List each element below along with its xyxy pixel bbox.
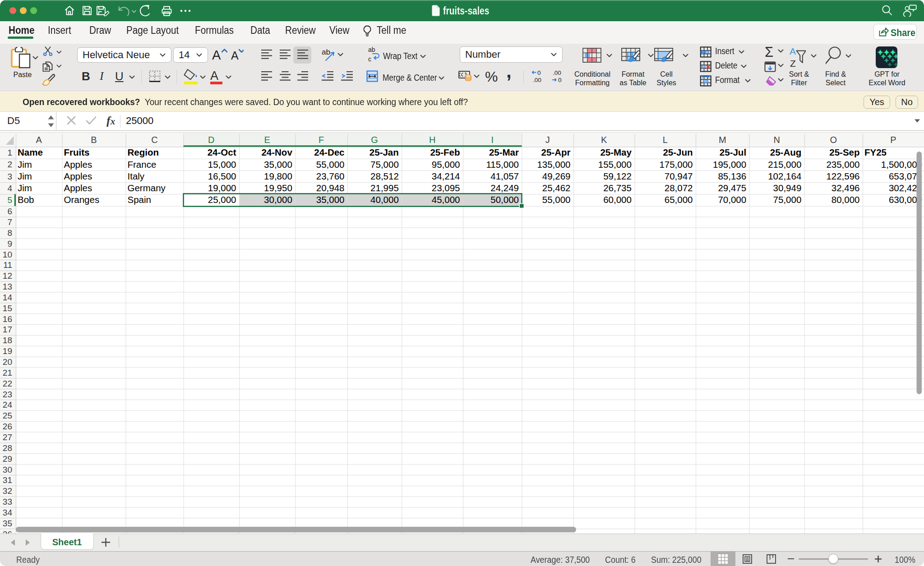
svg-text:19,000: 19,000 [208,183,236,193]
svg-text:3: 3 [7,172,12,181]
svg-text:95,000: 95,000 [432,159,460,170]
svg-text:40,000: 40,000 [370,194,399,205]
svg-text:75,000: 75,000 [370,159,399,170]
svg-text:60,000: 60,000 [603,194,632,205]
svg-text:Name: Name [18,147,43,157]
svg-text:30,000: 30,000 [264,194,292,205]
svg-text:A: A [231,49,239,62]
svg-text:29: 29 [3,454,12,464]
svg-text:32: 32 [3,486,12,496]
svg-text:13: 13 [3,282,12,291]
svg-text:135,000: 135,000 [537,159,570,170]
svg-text:25,462: 25,462 [542,183,571,193]
svg-text:M: M [719,135,726,145]
svg-text:Germany: Germany [128,183,166,193]
svg-text:25-Aug: 25-Aug [770,147,801,157]
svg-text:75,000: 75,000 [773,194,802,205]
svg-text:B: B [91,135,97,145]
svg-text:24,249: 24,249 [490,183,519,193]
svg-text:25,000: 25,000 [208,194,236,205]
svg-text:215,000: 215,000 [768,159,801,170]
svg-text:Italy: Italy [128,171,145,181]
svg-text:FY25: FY25 [864,147,887,157]
svg-text:195,000: 195,000 [713,159,746,170]
svg-text:14: 14 [3,293,13,302]
svg-text:19: 19 [3,346,12,356]
svg-text:K: K [601,135,607,145]
svg-text:34: 34 [3,508,13,517]
svg-text:28,072: 28,072 [665,183,693,193]
svg-text:G: G [371,135,378,145]
svg-text:122,596: 122,596 [826,171,859,181]
svg-text:.00: .00 [553,69,561,76]
svg-text:24-Nov: 24-Nov [261,147,292,157]
svg-text:35: 35 [3,519,12,528]
svg-text:12: 12 [3,271,12,281]
svg-text:41,057: 41,057 [490,171,519,181]
svg-text:25-Jul: 25-Jul [720,147,746,157]
svg-text:Jim: Jim [18,183,32,193]
svg-text:16,500: 16,500 [208,171,236,181]
svg-text:C: C [151,135,157,145]
svg-text:25-May: 25-May [600,147,632,157]
svg-text:Jim: Jim [18,159,32,170]
svg-text:O: O [830,135,837,145]
svg-text:10: 10 [3,250,12,259]
svg-text:26: 26 [3,422,12,431]
svg-text:I: I [491,135,494,145]
svg-text:19,950: 19,950 [264,183,292,193]
svg-text:155,000: 155,000 [598,159,632,170]
svg-text:16: 16 [3,314,12,324]
svg-text:4: 4 [7,184,12,193]
svg-text:.00: .00 [533,77,541,83]
svg-text:9: 9 [7,239,12,248]
svg-text:29,475: 29,475 [718,183,746,193]
svg-text:30: 30 [3,465,12,474]
svg-text:24-Dec: 24-Dec [314,147,344,157]
svg-text:70,000: 70,000 [718,194,746,205]
svg-text:32,496: 32,496 [832,183,860,193]
svg-text:21: 21 [3,368,12,377]
svg-text:Jim: Jim [18,171,32,181]
svg-text:65,000: 65,000 [665,194,693,205]
svg-text:19,800: 19,800 [264,171,292,181]
svg-text:N: N [773,135,780,145]
svg-text:55,000: 55,000 [542,194,571,205]
svg-text:1: 1 [7,148,12,157]
svg-text:Bob: Bob [18,194,34,205]
svg-text:45,000: 45,000 [432,194,460,205]
svg-text:25-Jan: 25-Jan [370,147,399,157]
svg-text:27: 27 [3,433,12,442]
svg-text:20: 20 [3,357,12,367]
svg-text:6: 6 [7,207,12,216]
svg-text:D: D [208,135,214,145]
svg-text:80,000: 80,000 [832,194,860,205]
svg-text:ab: ab [368,47,375,53]
svg-text:5: 5 [7,195,12,205]
svg-text:49,269: 49,269 [542,171,571,181]
svg-text:A: A [36,135,42,145]
svg-text:Oranges: Oranges [64,194,100,205]
svg-text:35,000: 35,000 [264,159,292,170]
svg-text:ab: ab [322,48,330,56]
svg-text:c: c [368,55,371,62]
svg-text:30,949: 30,949 [773,183,802,193]
svg-text:33: 33 [3,497,12,506]
svg-text:115,000: 115,000 [486,159,519,170]
svg-text:18: 18 [3,336,12,345]
svg-text:25-Sep: 25-Sep [829,147,859,157]
svg-text:Apples: Apples [64,171,92,181]
svg-text:7: 7 [7,217,12,227]
svg-text:L: L [663,135,668,145]
svg-text:11: 11 [3,260,12,270]
svg-text:28: 28 [3,443,12,453]
svg-text:0: 0 [558,77,562,83]
svg-text:28,512: 28,512 [370,171,399,181]
svg-text:F: F [319,135,324,145]
svg-text:175,000: 175,000 [659,159,693,170]
svg-text:24-Oct: 24-Oct [208,147,236,157]
svg-text:25-Mar: 25-Mar [489,147,519,157]
svg-text:23,760: 23,760 [316,171,345,181]
svg-text:P: P [890,135,896,145]
svg-text:H: H [429,135,435,145]
